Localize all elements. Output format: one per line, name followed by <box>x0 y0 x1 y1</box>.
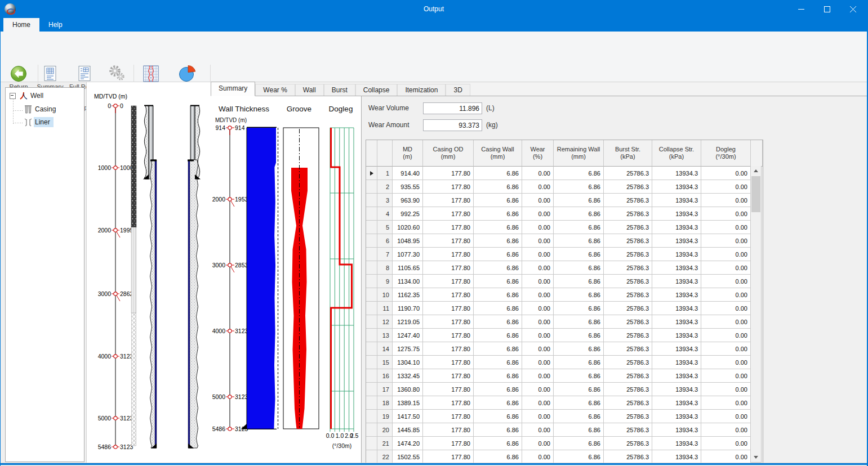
summary-charts-panel: Wall Thickness Groove Dogleg MD/TVD (m) … <box>211 96 362 463</box>
table-row[interactable]: 3963.90177.806.860.006.8625786.313934.30… <box>366 194 763 207</box>
tab-home[interactable]: Home <box>3 18 39 32</box>
table-vertical-scrollbar[interactable] <box>750 166 762 463</box>
table-header-row: MD(m)Casing OD(mm)Casing Wall(mm)Wear(%)… <box>366 140 763 167</box>
table-row[interactable]: 51020.60177.806.860.006.8625786.313934.3… <box>366 221 763 234</box>
table-cell: 0.00 <box>701 302 751 315</box>
table-row[interactable]: 91134.00177.806.860.006.8625786.313934.3… <box>366 275 763 288</box>
table-cell: 0.00 <box>701 329 751 342</box>
table-cell: 0.00 <box>701 275 751 288</box>
table-cell: 25786.3 <box>604 383 652 396</box>
table-row[interactable]: 201445.85177.806.860.006.8625786.313934.… <box>366 423 763 437</box>
scroll-up-button[interactable] <box>751 166 761 176</box>
table-cell: 0.00 <box>522 180 554 194</box>
table-cell: 6.86 <box>554 369 604 383</box>
well-icon <box>19 91 29 100</box>
row-number-cell: 10 <box>377 288 393 302</box>
table-cell: 6.86 <box>474 315 522 329</box>
table-cell: 0.00 <box>522 234 554 248</box>
table-row[interactable]: 151304.10177.806.860.006.8625786.313934.… <box>366 356 763 369</box>
table-cell: 6.86 <box>474 302 522 315</box>
view-tab-3d[interactable]: 3D <box>446 84 470 96</box>
wear-volume-field[interactable] <box>423 102 482 114</box>
table-row[interactable]: 61048.95177.806.860.006.8625786.313934.3… <box>366 234 763 248</box>
table-row[interactable]: 2935.55177.806.860.006.8625786.313934.30… <box>366 180 763 194</box>
svg-text:5000: 5000 <box>98 415 112 422</box>
table-cell: 25786.3 <box>604 329 652 342</box>
scroll-down-button[interactable] <box>751 452 761 462</box>
tree-item-liner[interactable]: Liner <box>24 116 54 128</box>
table-cell: 0.00 <box>522 261 554 275</box>
table-row[interactable]: 181389.15177.806.860.006.8625786.313934.… <box>366 396 763 410</box>
table-row[interactable]: 4992.25177.806.860.006.8625786.313934.30… <box>366 207 763 221</box>
row-number-cell: 7 <box>377 248 393 261</box>
row-marker-cell <box>366 194 377 207</box>
full-report-icon <box>77 64 92 83</box>
table-cell: 13934.3 <box>652 288 701 302</box>
window-title: Output <box>1 0 867 18</box>
tab-help[interactable]: Help <box>39 18 72 32</box>
table-cell: 177.80 <box>423 234 474 248</box>
view-tab-collapse[interactable]: Collapse <box>355 84 398 96</box>
table-cell: 0.00 <box>522 450 554 463</box>
view-tab-itemization[interactable]: Itemization <box>397 84 446 96</box>
table-row[interactable]: 141275.75177.806.860.006.8625786.313934.… <box>366 342 763 356</box>
table-cell: 1190.70 <box>393 302 423 315</box>
return-button[interactable]: Return <box>3 64 34 91</box>
table-row[interactable]: 121219.05177.806.860.006.8625786.313934.… <box>366 315 763 329</box>
table-cell: 25786.3 <box>604 221 652 234</box>
view-tab-summary[interactable]: Summary <box>211 82 255 96</box>
svg-text:914: 914 <box>235 124 245 131</box>
row-marker-cell <box>366 180 377 194</box>
scrollbar-thumb[interactable] <box>751 176 760 212</box>
view-tab-burst[interactable]: Burst <box>324 84 355 96</box>
view-tab-wall[interactable]: Wall <box>295 84 324 96</box>
table-row[interactable]: 101162.35177.806.860.006.8625786.313934.… <box>366 288 763 302</box>
table-cell: 914.40 <box>393 167 423 180</box>
table-cell: 6.86 <box>554 396 604 410</box>
wear-amount-field[interactable] <box>423 119 482 131</box>
table-row[interactable]: 1914.40177.806.860.006.8625786.313934.30… <box>366 167 763 180</box>
svg-text:914: 914 <box>215 124 225 131</box>
chevron-down-icon <box>754 456 758 459</box>
table-row[interactable]: 81105.65177.806.860.006.8625786.313934.3… <box>366 261 763 275</box>
row-number-cell: 20 <box>377 423 393 437</box>
view-tab-wear-[interactable]: Wear % <box>255 84 295 96</box>
table-cell: 25786.3 <box>604 302 652 315</box>
svg-text:2.5: 2.5 <box>350 432 359 439</box>
table-row[interactable]: 171360.80177.806.860.006.8625786.313934.… <box>366 383 763 396</box>
table-cell: 13934.3 <box>652 342 701 356</box>
maximize-button[interactable] <box>814 0 840 18</box>
table-cell: 6.86 <box>554 194 604 207</box>
table-cell: 6.86 <box>474 396 522 410</box>
table-cell: 0.00 <box>522 383 554 396</box>
row-marker-cell <box>366 423 377 437</box>
tree-item-well[interactable]: Well <box>10 91 43 100</box>
row-marker-cell <box>366 275 377 288</box>
row-marker-cell <box>366 383 377 396</box>
table-cell: 6.86 <box>554 329 604 342</box>
tree-item-casing[interactable]: Casing <box>24 104 56 114</box>
table-row[interactable]: 71077.30177.806.860.006.8625786.313934.3… <box>366 248 763 261</box>
table-cell: 25786.3 <box>604 180 652 194</box>
table-row[interactable]: 161332.45177.806.860.006.8625786.313934.… <box>366 369 763 383</box>
table-row[interactable]: 131247.40177.806.860.006.8625786.313934.… <box>366 329 763 342</box>
close-button[interactable] <box>840 0 866 18</box>
table-cell: 25786.3 <box>604 396 652 410</box>
table-cell: 0.00 <box>522 410 554 423</box>
table-cell: 1048.95 <box>393 234 423 248</box>
minimize-button[interactable] <box>788 0 814 18</box>
table-cell: 6.86 <box>474 450 522 463</box>
current-row-marker-icon <box>370 171 373 176</box>
table-cell: 25786.3 <box>604 167 652 180</box>
minimize-icon <box>798 6 804 12</box>
row-marker-cell <box>366 329 377 342</box>
table-row[interactable]: 191417.50177.806.860.006.8625786.313934.… <box>366 410 763 423</box>
table-row[interactable]: 211474.20177.806.860.006.8625786.313934.… <box>366 437 763 450</box>
table-row[interactable]: 111190.70177.806.860.006.8625786.313934.… <box>366 302 763 315</box>
table-cell: 0.00 <box>522 288 554 302</box>
table-cell: 6.86 <box>554 167 604 180</box>
table-row[interactable]: 221502.55177.806.860.006.8625786.313934.… <box>366 450 763 463</box>
table-cell: 25786.3 <box>604 410 652 423</box>
collapse-expander-icon[interactable] <box>10 93 16 99</box>
row-marker-cell <box>366 288 377 302</box>
